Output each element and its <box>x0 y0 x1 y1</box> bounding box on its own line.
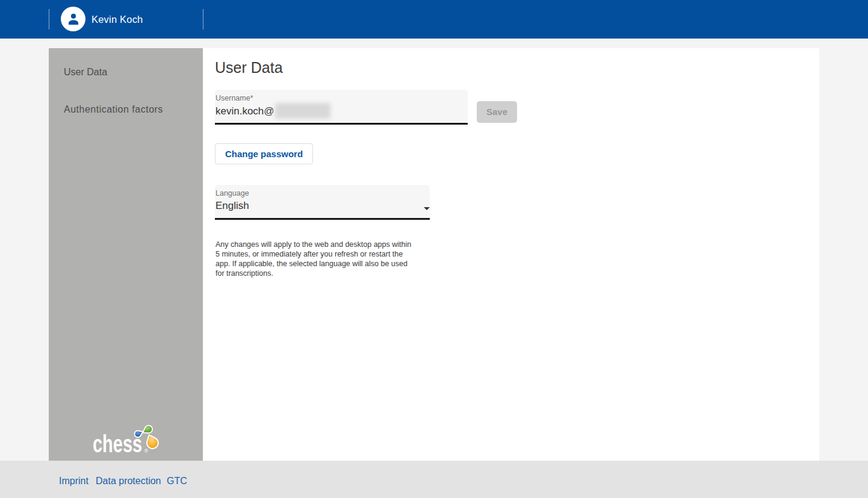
svg-text:chess: chess <box>93 430 142 457</box>
svg-text:®: ® <box>144 448 149 454</box>
